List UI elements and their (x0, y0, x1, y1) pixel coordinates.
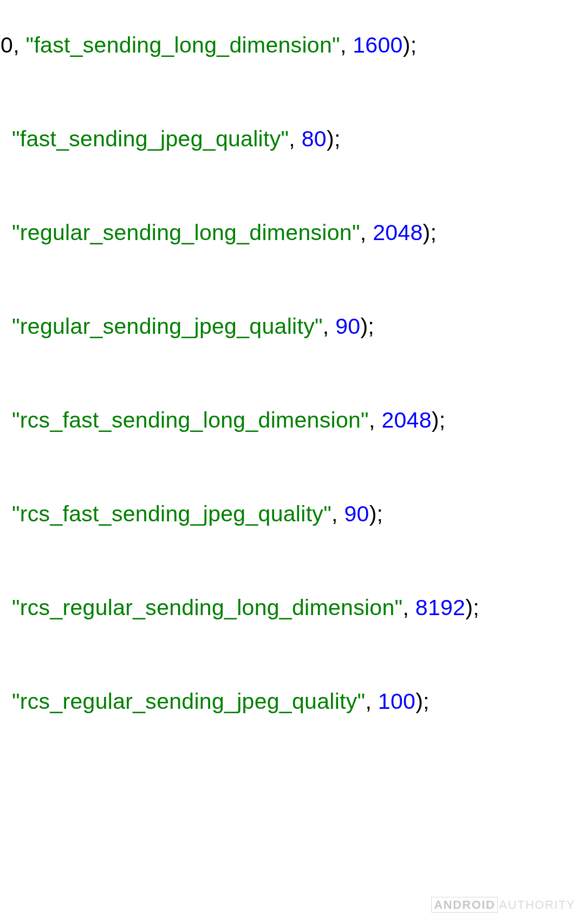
code-line: "rcs_fast_sending_long_dimension", 2048)… (12, 408, 585, 433)
code-token-sep: , (323, 314, 335, 339)
code-token-number: 8192 (415, 595, 465, 620)
code-line: "fast_sending_jpeg_quality", 80); (12, 126, 585, 152)
code-token-suffix: ); (415, 689, 430, 714)
code-line: ar0, "fast_sending_long_dimension", 1600… (0, 33, 585, 58)
code-token-sep: , (332, 501, 344, 526)
watermark: ANDROIDAUTHORITY (431, 898, 575, 912)
code-token-number: 2048 (381, 408, 431, 432)
code-token-string: "rcs_fast_sending_long_dimension" (12, 408, 369, 432)
code-token-number: 90 (344, 501, 369, 526)
code-token-string: "rcs_regular_sending_long_dimension" (12, 595, 402, 620)
code-token-number: 1600 (353, 33, 402, 57)
code-token-sep: , (369, 408, 381, 432)
code-token-number: 100 (378, 689, 415, 714)
code-token-suffix: ); (327, 126, 341, 151)
code-block: ar0, "fast_sending_long_dimension", 1600… (0, 0, 585, 714)
code-token-string: "regular_sending_long_dimension" (12, 220, 360, 245)
code-token-suffix: ); (360, 314, 374, 339)
code-token-sep: , (340, 33, 353, 57)
code-token-sep: , (402, 595, 415, 620)
code-token-sep: , (289, 126, 301, 151)
code-line: "regular_sending_jpeg_quality", 90); (12, 314, 585, 339)
code-token-suffix: ); (423, 220, 437, 245)
code-token-string: "regular_sending_jpeg_quality" (12, 314, 323, 339)
code-token-number: 80 (302, 126, 327, 151)
code-token-sep: , (365, 689, 378, 714)
code-token-string: "fast_sending_jpeg_quality" (12, 126, 289, 151)
watermark-light: AUTHORITY (499, 898, 575, 912)
code-token-suffix: ); (369, 501, 384, 526)
code-token-sep: , (360, 220, 373, 245)
code-token-number: 90 (335, 314, 360, 339)
code-token-suffix: ); (403, 33, 417, 57)
code-line: "rcs_regular_sending_long_dimension", 81… (12, 595, 585, 621)
code-token-string: "fast_sending_long_dimension" (26, 33, 340, 57)
code-token-string: "rcs_regular_sending_jpeg_quality" (12, 689, 365, 714)
code-token-string: "rcs_fast_sending_jpeg_quality" (12, 501, 332, 526)
code-line: "rcs_regular_sending_jpeg_quality", 100)… (12, 689, 585, 714)
code-token-suffix: ); (432, 408, 446, 432)
code-token-prefix: ar0, (0, 33, 26, 57)
watermark-bold: ANDROID (431, 897, 498, 913)
code-token-suffix: ); (465, 595, 479, 620)
code-line: "rcs_fast_sending_jpeg_quality", 90); (12, 501, 585, 527)
code-token-number: 2048 (373, 220, 422, 245)
code-line: "regular_sending_long_dimension", 2048); (12, 220, 585, 245)
